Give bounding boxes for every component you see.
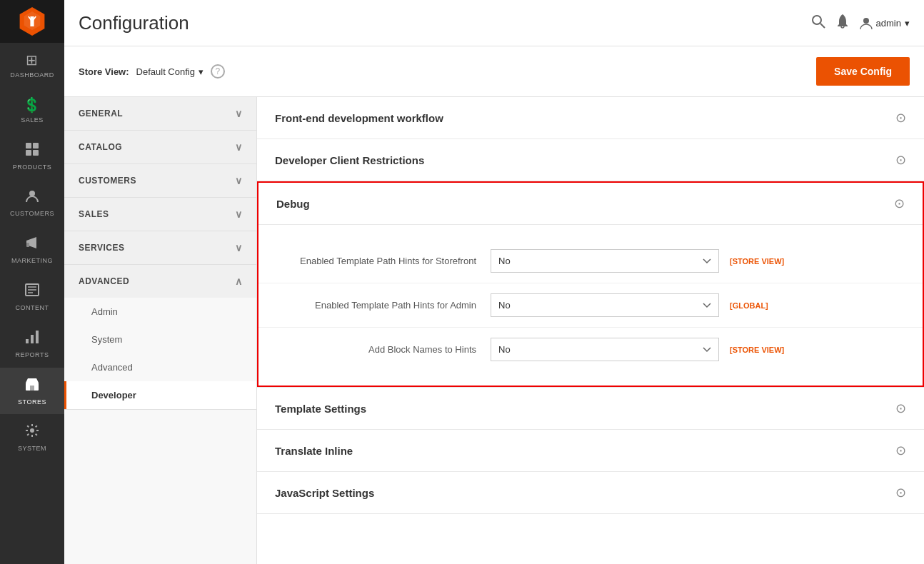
svg-rect-12 (36, 331, 39, 343)
sidebar-item-customers[interactable]: CUSTOMERS (0, 179, 64, 226)
dashboard-icon: ⊞ (26, 51, 39, 69)
right-panel: Front-end development workflow ⊙ Develop… (257, 97, 924, 564)
store-view-dropdown-icon: ▾ (199, 66, 204, 77)
store-view-select[interactable]: Default Config ▾ (136, 66, 204, 77)
sidebar-item-marketing[interactable]: MARKETING (0, 226, 64, 273)
add-block-names-select[interactable]: No Yes (491, 338, 719, 361)
debug-section-title: Debug (276, 198, 310, 210)
left-panel-header-catalog[interactable]: CATALOG ∨ (64, 131, 256, 163)
left-panel-header-customers[interactable]: CUSTOMERS ∨ (64, 164, 256, 197)
sidebar-item-label: PRODUCTS (13, 163, 52, 171)
sidebar-item-products[interactable]: PRODUCTS (0, 133, 64, 180)
left-panel-sub-items-advanced: Admin System Advanced Developer (64, 298, 256, 409)
debug-row-control-admin: No Yes [GLOBAL] (491, 293, 905, 317)
chevron-down-icon: ∨ (235, 175, 243, 186)
header-right: admin ▾ (811, 14, 910, 32)
store-view-value: Default Config (136, 66, 195, 77)
left-panel-header-general[interactable]: GENERAL ∨ (64, 97, 256, 130)
left-panel-section-sales: SALES ∨ (64, 198, 256, 231)
sidebar-item-label: MARKETING (11, 257, 53, 265)
debug-section-header[interactable]: Debug ⊙ (258, 183, 923, 225)
system-icon (24, 423, 40, 442)
marketing-icon (24, 235, 40, 254)
sidebar: ⊞ DASHBOARD 💲 SALES PRODUCTS CUSTOMERS M… (0, 0, 64, 564)
section-developer-client[interactable]: Developer Client Restrictions ⊙ (257, 139, 924, 181)
left-panel-header-sales[interactable]: SALES ∨ (64, 198, 256, 231)
sidebar-item-label: CUSTOMERS (10, 210, 54, 218)
svg-point-15 (30, 428, 34, 433)
admin-user-menu[interactable]: admin ▾ (860, 16, 910, 29)
chevron-down-icon: ∨ (235, 208, 243, 220)
help-icon[interactable]: ? (211, 64, 225, 79)
main-wrapper: Configuration admin ▾ Store View: Defaul… (64, 0, 924, 564)
sidebar-item-label: CONTENT (16, 304, 49, 312)
svg-rect-10 (26, 339, 29, 343)
left-panel-subitem-developer[interactable]: Developer (64, 381, 256, 409)
section-frontend-workflow[interactable]: Front-end development workflow ⊙ (257, 97, 924, 139)
sidebar-item-label: SALES (21, 116, 44, 124)
top-header: Configuration admin ▾ (64, 0, 924, 46)
left-panel-subitem-advanced[interactable]: Advanced (64, 353, 256, 381)
chevron-up-icon: ∧ (235, 276, 243, 287)
chevron-down-icon: ∨ (235, 141, 243, 153)
sidebar-item-sales[interactable]: 💲 SALES (0, 88, 64, 133)
svg-rect-2 (26, 150, 31, 156)
debug-row-admin: Enabled Template Path Hints for Admin No… (258, 283, 923, 328)
content-icon (24, 282, 40, 301)
scope-badge-storefront: [STORE VIEW] (730, 257, 784, 266)
svg-rect-11 (31, 335, 34, 343)
section-chevron-down-icon: ⊙ (895, 110, 906, 126)
sidebar-item-dashboard[interactable]: ⊞ DASHBOARD (0, 43, 64, 88)
store-view-bar: Store View: Default Config ▾ ? Save Conf… (64, 46, 924, 97)
scope-badge-admin: [GLOBAL] (730, 301, 768, 310)
left-panel-subitem-system[interactable]: System (64, 326, 256, 353)
section-javascript-settings[interactable]: JavaScript Settings ⊙ (257, 472, 924, 514)
left-panel-section-general: GENERAL ∨ (64, 97, 256, 131)
customers-icon (24, 188, 40, 207)
sidebar-item-stores[interactable]: STORES (0, 368, 64, 415)
template-path-storefront-select[interactable]: No Yes (491, 249, 719, 273)
section-chevron-down-icon: ⊙ (895, 401, 906, 416)
debug-row-block-names: Add Block Names to Hints No Yes [STORE V… (258, 328, 923, 371)
admin-username: admin (876, 18, 901, 29)
sidebar-item-system[interactable]: SYSTEM (0, 414, 64, 461)
left-panel-header-advanced[interactable]: ADVANCED ∧ (64, 265, 256, 298)
left-panel-subitem-admin[interactable]: Admin (64, 298, 256, 326)
debug-chevron-up-icon: ⊙ (894, 196, 905, 211)
left-panel-section-customers: CUSTOMERS ∨ (64, 164, 256, 198)
svg-line-17 (820, 24, 825, 28)
left-panel: GENERAL ∨ CATALOG ∨ CUSTOMERS ∨ (64, 97, 257, 564)
debug-row-storefront: Enabled Template Path Hints for Storefro… (258, 239, 923, 283)
section-title: Front-end development workflow (275, 112, 443, 124)
save-config-button[interactable]: Save Config (816, 57, 910, 86)
store-view-label: Store View: (79, 66, 129, 77)
debug-section-content: Enabled Template Path Hints for Storefro… (258, 225, 923, 386)
search-icon[interactable] (811, 14, 825, 32)
left-panel-section-catalog: CATALOG ∨ (64, 131, 256, 164)
section-template-settings[interactable]: Template Settings ⊙ (257, 387, 924, 430)
content-area: Store View: Default Config ▾ ? Save Conf… (64, 46, 924, 564)
debug-field-label-admin: Enabled Template Path Hints for Admin (276, 300, 491, 311)
svg-rect-5 (26, 243, 29, 247)
sidebar-item-label: STORES (18, 398, 46, 406)
svg-rect-1 (33, 143, 39, 148)
svg-point-18 (863, 18, 869, 24)
section-chevron-down-icon: ⊙ (895, 152, 906, 168)
sidebar-item-reports[interactable]: REPORTS (0, 321, 64, 368)
section-chevron-down-icon: ⊙ (895, 443, 906, 458)
admin-dropdown-icon: ▾ (905, 18, 910, 29)
svg-rect-14 (30, 386, 34, 391)
svg-rect-3 (33, 150, 39, 156)
notification-icon[interactable] (836, 14, 849, 32)
svg-point-16 (813, 16, 821, 24)
sidebar-item-content[interactable]: CONTENT (0, 273, 64, 321)
section-translate-inline[interactable]: Translate Inline ⊙ (257, 430, 924, 472)
logo (0, 0, 64, 43)
template-path-admin-select[interactable]: No Yes (491, 293, 719, 317)
section-title: Developer Client Restrictions (275, 154, 424, 166)
page-title: Configuration (79, 12, 189, 34)
debug-field-label-block-names: Add Block Names to Hints (276, 344, 491, 355)
left-panel-section-advanced: ADVANCED ∧ Admin System Advanced (64, 265, 256, 410)
section-title: Template Settings (275, 403, 366, 415)
left-panel-header-services[interactable]: SERVICES ∨ (64, 231, 256, 264)
